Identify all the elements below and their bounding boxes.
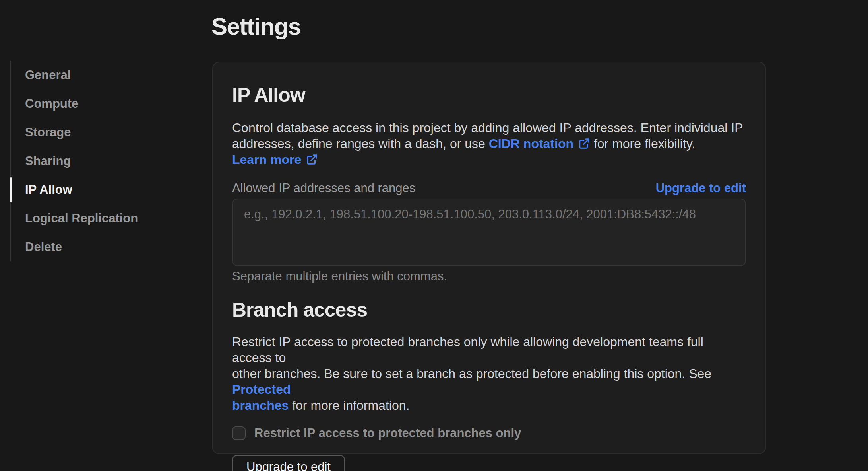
ip-allow-description: Control database access in this project … [232, 120, 746, 167]
restrict-ip-checkbox-label: Restrict IP access to protected branches… [254, 426, 521, 440]
allowed-ip-helper-text: Separate multiple entries with commas. [232, 269, 746, 284]
sidebar-item-general[interactable]: General [10, 61, 181, 90]
branch-access-description-line3: branches for more information. [232, 397, 746, 413]
branch-access-heading: Branch access [232, 298, 746, 322]
page-title: Settings [211, 13, 301, 40]
branch-access-description: Restrict IP access to protected branches… [232, 334, 746, 413]
sidebar-item-label: Delete [25, 240, 62, 254]
sidebar-item-delete[interactable]: Delete [10, 233, 181, 261]
sidebar-item-label: Storage [25, 125, 71, 140]
ip-allow-description-line1: Control database access in this project … [232, 120, 746, 136]
settings-sidebar: GeneralComputeStorageSharingIP AllowLogi… [10, 61, 181, 261]
cidr-notation-link[interactable]: CIDR notation [489, 136, 590, 152]
restrict-ip-checkbox-row: Restrict IP access to protected branches… [232, 426, 746, 440]
sidebar-item-sharing[interactable]: Sharing [10, 147, 181, 175]
sidebar-item-label: Compute [25, 97, 78, 111]
branch-access-description-line2: other branches. Be sure to set a branch … [232, 366, 746, 397]
sidebar-item-storage[interactable]: Storage [10, 118, 181, 147]
protected-branches-link[interactable]: branches [232, 397, 289, 413]
learn-more-link[interactable]: Learn more [232, 152, 318, 167]
external-link-icon [578, 138, 590, 150]
sidebar-item-compute[interactable]: Compute [10, 90, 181, 118]
ip-allow-heading: IP Allow [232, 83, 746, 107]
protected-branches-link[interactable]: Protected [232, 381, 291, 397]
sidebar-item-label: IP Allow [25, 183, 72, 197]
upgrade-to-edit-button[interactable]: Upgrade to edit [232, 455, 345, 471]
ip-allow-description-line2: addresses, define ranges with a dash, or… [232, 136, 746, 167]
sidebar-item-logical-replication[interactable]: Logical Replication [10, 204, 181, 233]
branch-access-description-line1: Restrict IP access to protected branches… [232, 334, 746, 366]
sidebar-item-label: General [25, 68, 71, 82]
settings-card: IP Allow Control database access in this… [212, 62, 766, 454]
allowed-ip-label: Allowed IP addresses and ranges [232, 181, 415, 195]
allowed-ip-textarea[interactable] [232, 199, 746, 266]
external-link-icon [306, 154, 318, 165]
sidebar-item-label: Logical Replication [25, 211, 138, 226]
sidebar-item-ip-allow[interactable]: IP Allow [10, 175, 181, 204]
allowed-ip-field-row: Allowed IP addresses and ranges Upgrade … [232, 181, 746, 195]
sidebar-item-label: Sharing [25, 154, 71, 168]
restrict-ip-checkbox[interactable] [232, 426, 246, 440]
upgrade-to-edit-link[interactable]: Upgrade to edit [656, 181, 746, 195]
